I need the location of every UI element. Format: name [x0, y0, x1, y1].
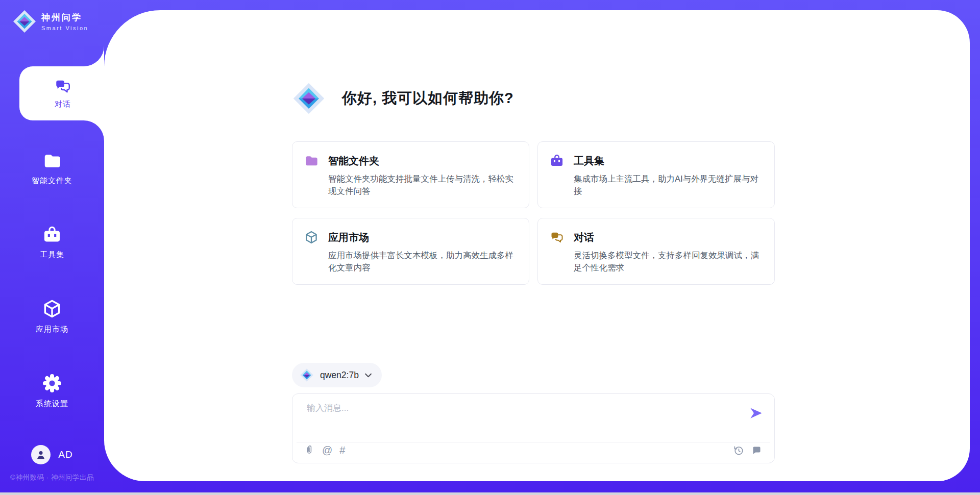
card-smart-folder[interactable]: 智能文件夹 智能文件夹功能支持批量文件上传与清洗，轻松实现文件问答: [292, 141, 529, 208]
composer-divider: [297, 442, 770, 442]
card-title: 应用市场: [328, 231, 369, 244]
brand: 神州问学 Smart Vision: [12, 9, 88, 34]
card-description: 灵活切换多模型文件，支持多样回复效果调试，满足个性化需求: [574, 249, 762, 274]
model-name: qwen2:7b: [320, 370, 359, 381]
mention-icon[interactable]: @: [322, 444, 332, 456]
message-input[interactable]: [307, 402, 730, 431]
cube-icon: [304, 230, 318, 244]
copyright-note: ©神州数码 · 神州问学出品: [0, 473, 104, 482]
card-title: 工具集: [574, 154, 604, 168]
card-chat[interactable]: 对话 灵活切换多模型文件，支持多样回复效果调试，满足个性化需求: [537, 218, 775, 285]
toolbox-icon: [42, 225, 62, 244]
person-icon: [35, 449, 47, 461]
main-panel: 你好, 我可以如何帮助你? 智能文件夹 智能文件夹功能支持批量文件上传与清洗，轻…: [104, 10, 970, 481]
history-icon[interactable]: [732, 444, 744, 456]
composer-tools-left: @ #: [304, 444, 345, 456]
brand-subtitle: Smart Vision: [41, 25, 88, 31]
sidebar-item-label: 工具集: [40, 250, 64, 260]
sidebar-item-label: 对话: [55, 100, 71, 109]
sidebar-item-chat[interactable]: 对话: [19, 66, 106, 120]
message-composer: @ #: [292, 393, 775, 463]
card-description: 集成市场上主流工具，助力AI与外界无缝扩展与对接: [574, 172, 762, 197]
card-description: 智能文件夹功能支持批量文件上传与清洗，轻松实现文件问答: [328, 172, 517, 197]
window-bottom-edge: [0, 492, 980, 495]
card-app-market[interactable]: 应用市场 应用市场提供丰富长文本模板，助力高效生成多样化文章内容: [292, 218, 529, 285]
sidebar-item-settings[interactable]: 系统设置: [0, 373, 104, 409]
assistant-logo-icon: [292, 82, 326, 115]
card-title: 对话: [574, 231, 594, 244]
composer-tools-right: [732, 444, 762, 456]
chevron-down-icon: [365, 373, 372, 378]
greeting-title: 你好, 我可以如何帮助你?: [342, 88, 514, 109]
brand-name: 神州问学: [41, 12, 88, 23]
sidebar-item-label: 智能文件夹: [32, 176, 72, 186]
chat-icon: [54, 78, 71, 95]
sidebar-item-toolset[interactable]: 工具集: [0, 225, 104, 260]
attach-icon[interactable]: [304, 444, 315, 456]
brand-logo-icon: [12, 9, 37, 34]
cube-icon: [42, 299, 62, 319]
card-toolset[interactable]: 工具集 集成市场上主流工具，助力AI与外界无缝扩展与对接: [537, 141, 775, 208]
model-selector[interactable]: qwen2:7b: [292, 363, 382, 387]
sidebar: 神州问学 Smart Vision 对话 智能文件夹 工具集 应用市场 系统设置: [0, 0, 104, 495]
card-description: 应用市场提供丰富长文本模板，助力高效生成多样化文章内容: [328, 249, 517, 274]
active-tab-curve-top: [84, 46, 104, 66]
message-icon[interactable]: [751, 445, 762, 456]
user-name: AD: [58, 449, 72, 460]
greeting-block: 你好, 我可以如何帮助你?: [292, 82, 514, 115]
folder-icon: [42, 151, 62, 170]
gear-icon: [42, 373, 62, 393]
sidebar-item-smart-folder[interactable]: 智能文件夹: [0, 151, 104, 186]
sidebar-item-label: 系统设置: [36, 399, 68, 409]
briefcase-icon: [550, 154, 564, 168]
avatar: [31, 445, 51, 464]
sidebar-item-app-market[interactable]: 应用市场: [0, 299, 104, 334]
hashtag-icon[interactable]: #: [339, 444, 345, 456]
user-profile[interactable]: AD: [0, 445, 104, 464]
send-icon[interactable]: [749, 406, 763, 420]
model-logo-icon: [300, 368, 314, 382]
card-title: 智能文件夹: [328, 154, 379, 168]
active-tab-curve-bottom: [84, 120, 104, 141]
folder-icon: [304, 154, 318, 168]
feature-cards: 智能文件夹 智能文件夹功能支持批量文件上传与清洗，轻松实现文件问答 工具集 集成…: [292, 141, 775, 285]
chat-icon: [550, 230, 564, 244]
sidebar-item-label: 应用市场: [36, 325, 68, 334]
